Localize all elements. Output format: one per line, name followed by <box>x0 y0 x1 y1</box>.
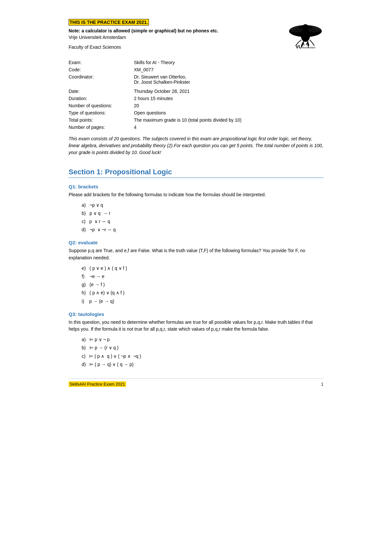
exam-label-num-questions: Number of questions: <box>69 102 134 109</box>
exam-label-duration: Duration: <box>69 95 134 102</box>
exam-label-type: Type of questions: <box>69 109 134 116</box>
exam-row-date: Date: Thursday October 28, 2021 <box>69 88 323 95</box>
practice-exam-label: THIS IS THE PRACTICE EXAM 2021. <box>69 20 284 25</box>
q2-title: Q2: evaluate <box>69 240 323 245</box>
list-item: e) ( p ∨ e ) ∧ ( q ∨ f ) <box>82 264 323 272</box>
exam-row-num-questions: Number of questions: 20 <box>69 102 323 109</box>
q2-list: e) ( p ∨ e ) ∧ ( q ∨ f ) f) ¬e → e g) (e… <box>82 264 323 305</box>
list-item: a) ¬p ∨ q <box>82 201 323 209</box>
footer: Skills4AI Practice Exam 2021 1 <box>69 378 323 387</box>
university-logo: VU Amsterdam <box>284 20 323 52</box>
exam-row-duration: Duration: 2 hours 15 minutes <box>69 95 323 102</box>
list-item: g) (e → f ) <box>82 281 323 289</box>
faculty-name: Faculty of Exact Sciences <box>69 44 284 50</box>
list-item: a) ⊨ p ∨ ¬ p <box>82 336 323 344</box>
list-item: b) p ∨ q → r <box>82 209 323 217</box>
exam-value-coordinator: Dr. Sieuwert van Otterloo,Dr. Joost Scha… <box>134 73 323 86</box>
exam-row-pages: Number of pages: 4 <box>69 124 323 131</box>
footer-page: 1 <box>321 382 323 387</box>
q3-text: In this question, you need to determine … <box>69 319 323 333</box>
exam-value-points: The maximum grade is 10 (total points di… <box>134 116 323 124</box>
svg-text:Amsterdam: Amsterdam <box>302 46 316 49</box>
list-item: b) ⊨ p → (r ∨ q ) <box>82 344 323 352</box>
list-item: i) p → (e → q) <box>82 297 323 305</box>
page: THIS IS THE PRACTICE EXAM 2021. Note: a … <box>49 0 343 397</box>
q1-title: Q1: brackets <box>69 184 323 189</box>
exam-value-pages: 4 <box>134 124 323 131</box>
exam-value-date: Thursday October 28, 2021 <box>134 88 323 95</box>
exam-row-coordinator: Coordinator: Dr. Sieuwert van Otterloo,D… <box>69 73 323 86</box>
list-item: h) ( p ∧ e) ∨ (q ∧ f ) <box>82 289 323 297</box>
exam-value-exam: Skills for AI - Theory <box>134 59 323 66</box>
q1-list: a) ¬p ∨ q b) p ∨ q → r c) p ∨ r ↔ q d) ¬… <box>82 201 323 234</box>
footer-label: Skills4AI Practice Exam 2021 <box>69 381 126 387</box>
exam-label-date: Date: <box>69 88 134 95</box>
exam-row-type: Type of questions: Open questions <box>69 109 323 116</box>
exam-row-points: Total points: The maximum grade is 10 (t… <box>69 116 323 124</box>
exam-label-pages: Number of pages: <box>69 124 134 131</box>
note-line: Note: a calculator is allowed (simple or… <box>69 28 284 33</box>
exam-value-duration: 2 hours 15 minutes <box>134 95 323 102</box>
list-item: f) ¬e → e <box>82 272 323 281</box>
q2-text: Suppose p,q are True, and e,f are False.… <box>69 247 323 261</box>
exam-row-code: Code: XM_0077 <box>69 66 323 73</box>
exam-label-exam: Exam: <box>69 59 134 66</box>
q3-title: Q3: tautologies <box>69 311 323 317</box>
exam-label-coordinator: Coordinator: <box>69 73 134 86</box>
header: THIS IS THE PRACTICE EXAM 2021. Note: a … <box>69 20 323 52</box>
exam-value-code: XM_0077 <box>134 66 323 73</box>
list-item: c) p ∨ r ↔ q <box>82 217 323 226</box>
list-item: d) ¬p ∨ ¬r ↔ q <box>82 226 323 234</box>
exam-info-table: Exam: Skills for AI - Theory Code: XM_00… <box>69 59 323 131</box>
svg-text:VU: VU <box>296 44 302 49</box>
exam-row-exam: Exam: Skills for AI - Theory <box>69 59 323 66</box>
exam-label-points: Total points: <box>69 116 134 124</box>
exam-value-num-questions: 20 <box>134 102 323 109</box>
section-1-title: Section 1: Propositional Logic <box>69 168 323 178</box>
list-item: d) ⊨ ( p → q) ∨ ( q → p) <box>82 360 323 369</box>
q1-text: Please add brackets for the following fo… <box>69 191 323 199</box>
header-left: THIS IS THE PRACTICE EXAM 2021. Note: a … <box>69 20 284 50</box>
exam-label-code: Code: <box>69 66 134 73</box>
logo-svg: VU Amsterdam <box>287 20 323 49</box>
intro-paragraph: This exam consists of 20 questions. The … <box>69 135 323 156</box>
list-item: c) ⊨ ( p ∧ q ) ∨ ( ¬p ∧ ¬q ) <box>82 352 323 360</box>
university-name: Vrije Universiteit Amsterdam <box>69 35 284 40</box>
exam-value-type: Open questions <box>134 109 323 116</box>
q3-list: a) ⊨ p ∨ ¬ p b) ⊨ p → (r ∨ q ) c) ⊨ ( p … <box>82 336 323 369</box>
